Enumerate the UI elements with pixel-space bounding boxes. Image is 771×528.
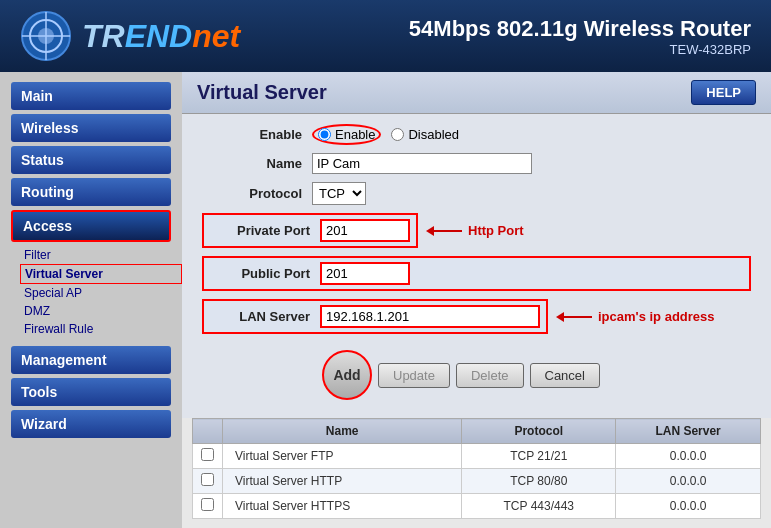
- table-row: Virtual Server FTP TCP 21/21 0.0.0.0: [193, 444, 761, 469]
- model-number: TEW-432BRP: [240, 42, 751, 57]
- disabled-radio-option[interactable]: Disabled: [391, 127, 459, 142]
- table-row: Virtual Server HTTPS TCP 443/443 0.0.0.0: [193, 494, 761, 519]
- row-check-cell[interactable]: [193, 469, 223, 494]
- table-area: Name Protocol LAN Server Virtual Server …: [182, 418, 771, 519]
- name-label: Name: [202, 156, 312, 171]
- sidebar-sub-firewall-rule[interactable]: Firewall Rule: [20, 320, 182, 338]
- arrow-head-ipcam: [556, 312, 564, 322]
- ipcam-annotation: ipcam's ip address: [564, 309, 715, 324]
- action-buttons: Add Update Delete Cancel: [202, 342, 751, 408]
- delete-button[interactable]: Delete: [456, 363, 524, 388]
- add-button[interactable]: Add: [322, 350, 372, 400]
- http-port-annotation: Http Port: [434, 223, 524, 238]
- sidebar-item-management[interactable]: Management: [11, 346, 171, 374]
- logo-area: TRENDnet: [20, 10, 240, 62]
- row-protocol: TCP 80/80: [462, 469, 616, 494]
- sidebar-item-status[interactable]: Status: [11, 146, 171, 174]
- row-name: Virtual Server FTP: [223, 444, 462, 469]
- public-port-row: Public Port: [202, 256, 751, 291]
- row-lan-server: 0.0.0.0: [616, 469, 761, 494]
- arrow-line-ipcam: [564, 316, 592, 318]
- public-port-label: Public Port: [210, 266, 320, 281]
- row-lan-server: 0.0.0.0: [616, 444, 761, 469]
- lan-server-label: LAN Server: [210, 309, 320, 324]
- row-protocol: TCP 21/21: [462, 444, 616, 469]
- sidebar-item-routing[interactable]: Routing: [11, 178, 171, 206]
- table-row: Virtual Server HTTP TCP 80/80 0.0.0.0: [193, 469, 761, 494]
- sidebar-sub-filter[interactable]: Filter: [20, 246, 182, 264]
- product-name: 54Mbps 802.11g Wireless Router: [240, 16, 751, 42]
- sidebar-item-wizard[interactable]: Wizard: [11, 410, 171, 438]
- help-button[interactable]: HELP: [691, 80, 756, 105]
- protocol-select[interactable]: TCP UDP Both: [312, 182, 366, 205]
- sidebar-item-main[interactable]: Main: [11, 82, 171, 110]
- sidebar-item-tools[interactable]: Tools: [11, 378, 171, 406]
- disabled-radio-label: Disabled: [408, 127, 459, 142]
- cancel-button[interactable]: Cancel: [530, 363, 600, 388]
- enable-label: Enable: [202, 127, 312, 142]
- protocol-label: Protocol: [202, 186, 312, 201]
- lan-server-row: LAN Server: [202, 299, 548, 334]
- private-port-row: Private Port: [202, 213, 418, 248]
- protocol-row: Protocol TCP UDP Both: [202, 182, 751, 205]
- disabled-radio[interactable]: [391, 128, 404, 141]
- sidebar-sub-special-ap[interactable]: Special AP: [20, 284, 182, 302]
- row-checkbox[interactable]: [201, 448, 214, 461]
- http-port-label: Http Port: [468, 223, 524, 238]
- col-check: [193, 419, 223, 444]
- row-checkbox[interactable]: [201, 473, 214, 486]
- name-input[interactable]: [312, 153, 532, 174]
- enable-row: Enable Enable Disabled: [202, 124, 751, 145]
- enable-radio-option[interactable]: Enable: [312, 124, 381, 145]
- main-layout: Main Wireless Status Routing Access Filt…: [0, 72, 771, 528]
- enable-radio[interactable]: [318, 128, 331, 141]
- sidebar: Main Wireless Status Routing Access Filt…: [0, 72, 182, 528]
- col-lan-server: LAN Server: [616, 419, 761, 444]
- col-protocol: Protocol: [462, 419, 616, 444]
- row-name: Virtual Server HTTPS: [223, 494, 462, 519]
- table-header-row: Name Protocol LAN Server: [193, 419, 761, 444]
- enable-radio-group: Enable Disabled: [312, 124, 459, 145]
- enable-radio-label: Enable: [335, 127, 375, 142]
- sidebar-sub-virtual-server[interactable]: Virtual Server: [20, 264, 182, 284]
- public-port-input[interactable]: [320, 262, 410, 285]
- row-checkbox[interactable]: [201, 498, 214, 511]
- sidebar-sub-dmz[interactable]: DMZ: [20, 302, 182, 320]
- content-header: Virtual Server HELP: [182, 72, 771, 114]
- private-port-label: Private Port: [210, 223, 320, 238]
- form-area: Enable Enable Disabled Name: [182, 114, 771, 418]
- content-area: Virtual Server HELP Enable Enable Disabl…: [182, 72, 771, 528]
- private-port-input[interactable]: [320, 219, 410, 242]
- header: TRENDnet 54Mbps 802.11g Wireless Router …: [0, 0, 771, 72]
- page-title: Virtual Server: [197, 81, 327, 104]
- arrow-head-http: [426, 226, 434, 236]
- trendnet-logo-icon: [20, 10, 72, 62]
- row-check-cell[interactable]: [193, 444, 223, 469]
- row-lan-server: 0.0.0.0: [616, 494, 761, 519]
- update-button[interactable]: Update: [378, 363, 450, 388]
- arrow-line-http: [434, 230, 462, 232]
- lan-server-input[interactable]: [320, 305, 540, 328]
- logo-text: TRENDnet: [82, 18, 240, 54]
- row-name: Virtual Server HTTP: [223, 469, 462, 494]
- access-submenu: Filter Virtual Server Special AP DMZ Fir…: [0, 246, 182, 338]
- row-check-cell[interactable]: [193, 494, 223, 519]
- name-row: Name: [202, 153, 751, 174]
- sidebar-item-wireless[interactable]: Wireless: [11, 114, 171, 142]
- virtual-server-table: Name Protocol LAN Server Virtual Server …: [192, 418, 761, 519]
- row-protocol: TCP 443/443: [462, 494, 616, 519]
- ipcam-label: ipcam's ip address: [598, 309, 715, 324]
- sidebar-item-access[interactable]: Access: [11, 210, 171, 242]
- col-name: Name: [223, 419, 462, 444]
